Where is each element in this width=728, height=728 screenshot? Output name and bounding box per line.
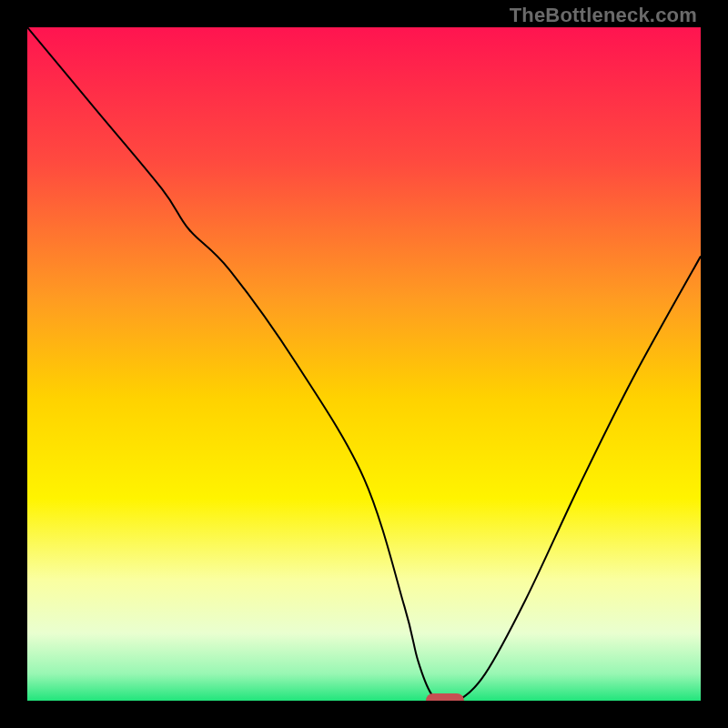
plot-area (27, 27, 701, 701)
bottleneck-curve (27, 27, 701, 701)
chart-frame: TheBottleneck.com (0, 0, 728, 728)
optimal-point-marker (426, 693, 464, 701)
watermark-text: TheBottleneck.com (510, 4, 697, 27)
